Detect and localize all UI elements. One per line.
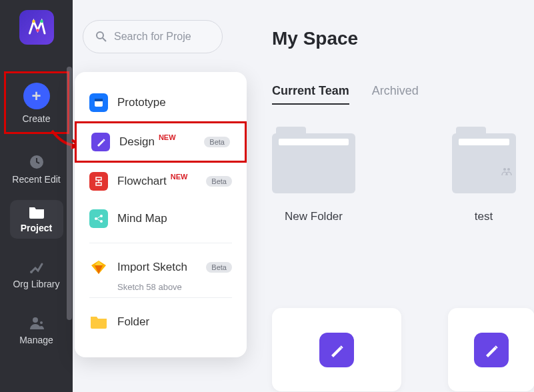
left-sidebar: + Create Recent Edit Project Org Library… xyxy=(0,0,73,392)
folder-label: New Folder xyxy=(285,210,343,223)
mindmap-icon xyxy=(89,209,108,228)
project-card[interactable] xyxy=(272,308,401,391)
menu-design[interactable]: Design NEW Beta xyxy=(75,121,247,163)
create-dropdown-panel: Prototype Design NEW Beta Flowchart NEW … xyxy=(75,72,247,357)
sketch-icon xyxy=(89,258,108,277)
new-badge: NEW xyxy=(171,173,188,181)
project-card[interactable] xyxy=(448,308,534,391)
tab-current-team[interactable]: Current Team xyxy=(272,84,349,105)
folder-label: test xyxy=(475,210,493,223)
search-icon xyxy=(95,31,107,43)
search-placeholder: Search for Proje xyxy=(114,31,191,43)
menu-prototype[interactable]: Prototype xyxy=(75,84,247,121)
design-file-icon xyxy=(474,333,509,367)
folder-item[interactable]: New Folder xyxy=(272,127,355,223)
design-file-icon xyxy=(319,333,354,367)
folder-icon xyxy=(89,313,108,331)
sidebar-scrollbar[interactable] xyxy=(67,67,72,320)
manage-nav[interactable]: Manage xyxy=(10,309,63,351)
org-library-label: Org Library xyxy=(13,279,59,289)
create-button-highlight: + Create xyxy=(4,71,69,134)
menu-folder[interactable]: Folder xyxy=(75,303,247,341)
design-icon xyxy=(91,133,110,151)
svg-point-6 xyxy=(40,321,43,324)
plus-icon: + xyxy=(23,83,50,109)
project-cards xyxy=(272,308,534,391)
page-title: My Space xyxy=(272,28,358,49)
tabs: Current Team Archived xyxy=(272,84,419,105)
svg-point-15 xyxy=(507,168,510,171)
recent-edit-nav[interactable]: Recent Edit xyxy=(10,149,63,191)
library-icon xyxy=(29,259,45,275)
manage-label: Manage xyxy=(19,335,53,345)
top-bar: Search for Proje xyxy=(83,20,223,53)
svg-rect-10 xyxy=(95,99,103,101)
svg-point-14 xyxy=(503,168,506,171)
svg-point-4 xyxy=(30,271,33,273)
svg-point-7 xyxy=(97,32,103,39)
create-button[interactable]: + Create xyxy=(10,77,63,129)
menu-import-sketch[interactable]: Import Sketch Beta xyxy=(75,249,247,286)
menu-divider xyxy=(89,243,232,243)
project-nav[interactable]: Project xyxy=(10,200,63,239)
menu-flowchart-label: Flowchart xyxy=(117,175,167,188)
svg-point-2 xyxy=(36,29,39,32)
menu-divider xyxy=(89,297,232,298)
folder-item[interactable]: test xyxy=(442,127,525,223)
folder-icon xyxy=(29,205,45,219)
svg-point-1 xyxy=(40,20,43,23)
menu-prototype-label: Prototype xyxy=(117,96,166,109)
menu-flowchart[interactable]: Flowchart NEW Beta xyxy=(75,163,247,200)
beta-badge: Beta xyxy=(204,137,230,147)
flowchart-icon xyxy=(89,172,108,191)
svg-point-0 xyxy=(32,20,35,23)
search-input[interactable]: Search for Proje xyxy=(83,20,223,53)
folder-grid: New Folder test xyxy=(272,127,525,223)
create-label: Create xyxy=(22,113,50,124)
beta-badge: Beta xyxy=(206,176,232,187)
folder-thumbnail xyxy=(272,127,355,193)
menu-import-sketch-label: Import Sketch xyxy=(117,261,187,274)
clock-icon xyxy=(29,154,45,170)
menu-folder-label: Folder xyxy=(117,315,149,329)
org-library-nav[interactable]: Org Library xyxy=(10,253,63,295)
prototype-icon xyxy=(89,93,108,112)
tab-archived[interactable]: Archived xyxy=(372,84,419,105)
menu-design-label: Design xyxy=(119,135,155,149)
svg-line-8 xyxy=(103,38,106,41)
shared-icon xyxy=(501,166,512,177)
svg-point-5 xyxy=(33,317,38,323)
beta-badge: Beta xyxy=(206,262,232,273)
new-badge: NEW xyxy=(159,133,176,141)
menu-mindmap[interactable]: Mind Map xyxy=(75,200,247,237)
menu-mindmap-label: Mind Map xyxy=(117,212,167,225)
folder-thumbnail xyxy=(452,127,516,193)
recent-edit-label: Recent Edit xyxy=(12,174,60,185)
person-icon xyxy=(29,315,45,331)
app-logo[interactable] xyxy=(19,10,54,45)
project-label: Project xyxy=(21,223,52,233)
